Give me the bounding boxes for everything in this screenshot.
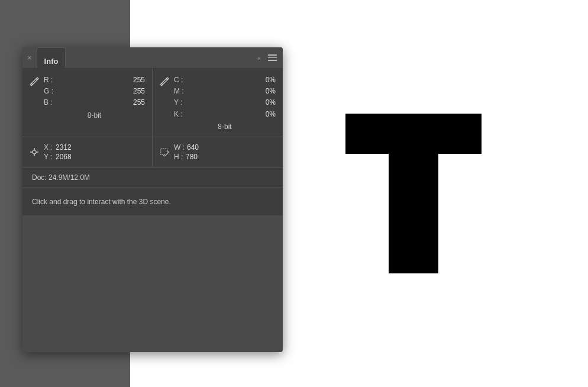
- close-button[interactable]: ×: [27, 47, 37, 68]
- x-row: X : 2312: [44, 143, 72, 151]
- k-row: K : 0%: [174, 109, 276, 120]
- menu-bar-2: [268, 57, 277, 59]
- k-value: 0%: [252, 109, 276, 120]
- w-value: 640: [187, 143, 199, 151]
- r-row: R : 255: [44, 75, 145, 86]
- crosshair-icon: [30, 147, 39, 157]
- letter-t-shape: [345, 114, 482, 273]
- svg-point-6: [33, 150, 36, 154]
- g-value: 255: [121, 86, 145, 97]
- info-panel: × Info «: [22, 47, 283, 352]
- panel-menu-button[interactable]: [267, 53, 278, 62]
- c-row: C : 0%: [174, 75, 276, 86]
- w-label: W :: [174, 143, 185, 151]
- panel-menu-area: «: [257, 47, 278, 68]
- panel-title-label: Info: [44, 57, 59, 66]
- y-value: 2068: [56, 153, 72, 161]
- menu-bar-1: [268, 54, 277, 56]
- y-label: Y :: [44, 153, 53, 161]
- close-icon[interactable]: ×: [27, 53, 32, 62]
- b-row: B : 255: [44, 97, 145, 108]
- y-label: Y :: [174, 97, 186, 108]
- w-row: W : 640: [174, 143, 199, 151]
- r-label: R :: [44, 75, 56, 86]
- eyedropper-2-icon: [160, 77, 169, 89]
- panel-body: R : 255 G : 255 B : 255 8-bit: [22, 69, 283, 215]
- menu-bar-3: [268, 60, 277, 61]
- h-row: H : 780: [174, 153, 199, 161]
- c-label: C :: [174, 75, 186, 86]
- y-row-pos: Y : 2068: [44, 153, 72, 161]
- x-value: 2312: [56, 143, 72, 151]
- doc-info: Doc: 24.9M/12.0M: [22, 167, 283, 188]
- cmyk-bit-depth: 8-bit: [174, 120, 276, 131]
- panel-title-tab: Info: [37, 47, 66, 68]
- rgb-cell: R : 255 G : 255 B : 255 8-bit: [22, 69, 153, 137]
- y-row: Y : 0%: [174, 97, 276, 108]
- doc-info-text: Doc: 24.9M/12.0M: [32, 173, 90, 182]
- x-label: X :: [44, 143, 53, 151]
- eyedropper-1-icon: [30, 77, 39, 89]
- h-label: H :: [174, 153, 183, 161]
- hint-text-label: Click and drag to interact with the 3D s…: [32, 198, 171, 206]
- xy-values: X : 2312 Y : 2068: [44, 143, 72, 161]
- rgb-values: R : 255 G : 255 B : 255 8-bit: [44, 75, 145, 120]
- selection-icon: [160, 147, 169, 157]
- b-value: 255: [121, 97, 145, 108]
- collapse-icon[interactable]: «: [257, 54, 260, 62]
- svg-rect-9: [389, 154, 438, 273]
- cmyk-cell: C : 0% M : 0% Y : 0% K : 0% 8: [153, 69, 283, 137]
- g-label: G :: [44, 86, 56, 97]
- svg-rect-8: [345, 114, 482, 154]
- c-value: 0%: [252, 75, 276, 86]
- hint-area: Click and drag to interact with the 3D s…: [22, 188, 283, 215]
- y-value: 0%: [252, 97, 276, 108]
- wh-values: W : 640 H : 780: [174, 143, 199, 161]
- color-info-grid: R : 255 G : 255 B : 255 8-bit: [22, 69, 283, 137]
- h-value: 780: [186, 153, 198, 161]
- rgb-bit-depth: 8-bit: [44, 109, 145, 120]
- m-value: 0%: [252, 86, 276, 97]
- m-label: M :: [174, 86, 186, 97]
- g-row: G : 255: [44, 86, 145, 97]
- k-label: K :: [174, 109, 186, 120]
- position-cell: X : 2312 Y : 2068: [22, 137, 153, 167]
- panel-top-bar: × Info «: [22, 47, 283, 69]
- svg-line-0: [36, 79, 37, 80]
- b-label: B :: [44, 97, 56, 108]
- size-cell: W : 640 H : 780: [153, 137, 283, 167]
- position-grid: X : 2312 Y : 2068: [22, 137, 283, 167]
- cmyk-values: C : 0% M : 0% Y : 0% K : 0% 8: [174, 75, 276, 131]
- m-row: M : 0%: [174, 86, 276, 97]
- r-value: 255: [121, 75, 145, 86]
- svg-line-1: [166, 79, 167, 80]
- svg-rect-7: [161, 149, 167, 155]
